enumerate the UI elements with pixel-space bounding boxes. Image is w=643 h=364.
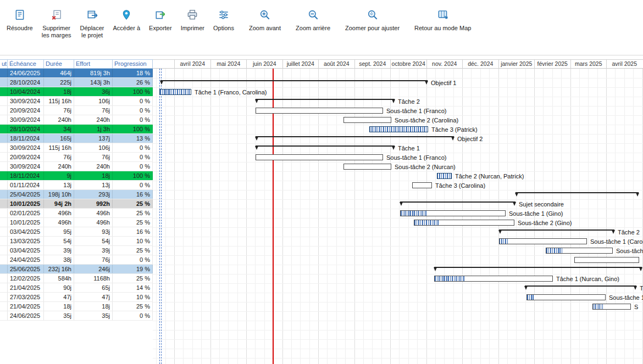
cell-echeance: 10/01/2025 <box>8 199 44 208</box>
cell-effort: 246j <box>74 265 113 273</box>
gantt-bar[interactable] <box>499 238 587 244</box>
table-row[interactable]: 20/09/202476j76j0 % <box>0 106 153 115</box>
cell-effort: 39j <box>74 246 113 255</box>
gantt-bar[interactable] <box>434 276 553 282</box>
cell-echeance: 21/04/2025 <box>8 283 44 292</box>
gantt-summary-bracket[interactable] <box>499 229 614 234</box>
table-row[interactable]: 18/11/2024165j137j13 % <box>0 134 153 143</box>
cell-duree: 90j <box>44 283 74 292</box>
table-row[interactable]: 28/10/2024225j143j 3h26 % <box>0 78 153 87</box>
cell-echeance: 13/03/2025 <box>8 237 44 245</box>
table-row[interactable]: 28/10/202434j1j 3h100 % <box>0 125 153 134</box>
table-row[interactable]: 27/03/202547j47j10 % <box>0 293 153 302</box>
toolbar-button-options[interactable]: Options <box>209 9 239 32</box>
table-row[interactable]: 01/11/202413j13j0 % <box>0 181 153 190</box>
table-row[interactable]: 21/04/202518j18j25 % <box>0 302 153 311</box>
table-row[interactable]: 24/06/202535j35j0 % <box>0 311 153 321</box>
column-header-echeance[interactable]: Échéance <box>8 60 44 68</box>
table-row[interactable]: 10/01/202594j 2h992h25 % <box>0 199 153 209</box>
gantt-bar[interactable] <box>437 173 452 179</box>
gantt-item-label: Tâche 3 (Patrick) <box>431 127 478 133</box>
gantt-bar[interactable] <box>256 108 383 114</box>
zoom-in-icon <box>259 9 271 21</box>
gantt-summary-bracket[interactable] <box>256 145 395 150</box>
table-row[interactable]: 24/04/202538j76j0 % <box>0 255 153 265</box>
gantt-bar[interactable] <box>412 182 432 188</box>
gantt-item-label: Tâche 1 (Franco, Carolina) <box>195 89 267 96</box>
gantt-summary-bracket[interactable] <box>515 192 639 197</box>
table-row[interactable]: 30/09/2024240h240h0 % <box>0 162 153 171</box>
cell-duree: 13j <box>44 181 74 189</box>
table-row[interactable]: 18/11/20249j18j100 % <box>0 171 153 181</box>
column-header-progression[interactable]: Progression <box>113 60 153 68</box>
cell-echeance: 02/01/2025 <box>8 209 44 217</box>
cell-progression: 16 % <box>113 190 153 199</box>
cell-start <box>0 181 8 189</box>
cell-progression: 19 % <box>113 265 153 273</box>
cell-duree: 165j <box>44 134 74 143</box>
gantt-bar[interactable] <box>526 294 606 300</box>
toolbar-button-zoom-avant[interactable]: Zoom avant <box>245 9 285 32</box>
bar-progress <box>546 248 562 253</box>
table-row[interactable]: 10/01/2025496h496h25 % <box>0 218 153 227</box>
toolbar-button-supprimer-les-marges[interactable]: Supprimerles marges <box>37 9 76 39</box>
cell-start <box>0 162 8 171</box>
gantt-summary-bracket[interactable] <box>256 99 395 103</box>
timeline-month: octobre 2024 <box>390 60 426 69</box>
toolbar-button-label: Supprimerles marges <box>42 25 71 39</box>
gantt-bar[interactable] <box>414 220 514 226</box>
cell-duree: 18j <box>44 87 74 96</box>
toolbar-button-zoom-arriere[interactable]: Zoom arrière <box>291 9 335 32</box>
toolbar-button-label-line: Imprimer <box>181 25 204 32</box>
toolbar-button-exporter[interactable]: Exporter <box>145 9 176 32</box>
gantt-bar[interactable] <box>592 304 631 310</box>
table-row[interactable]: 10/04/202418j36j100 % <box>0 87 153 97</box>
table-row[interactable]: 25/04/2025198j 10h293j16 % <box>0 190 153 199</box>
table-row[interactable]: 20/09/202476j76j0 % <box>0 153 153 162</box>
gantt-summary-bracket[interactable] <box>525 285 636 290</box>
table-row[interactable]: 30/09/2024115j 16h106j0 % <box>0 97 153 106</box>
gantt-summary-bracket[interactable] <box>160 80 428 85</box>
cell-duree: 225j <box>44 78 74 87</box>
gantt-bar[interactable] <box>400 210 506 216</box>
toolbar-button-imprimer[interactable]: Imprimer <box>176 9 209 32</box>
timeline-month: février 2025 <box>534 60 570 69</box>
gantt-bar[interactable] <box>343 117 391 123</box>
gantt-summary-bracket[interactable] <box>434 267 642 271</box>
bracket-end-triangle <box>425 81 428 85</box>
bracket-start-triangle <box>255 137 258 141</box>
toolbar-button-resoudre[interactable]: Résoudre <box>2 9 37 32</box>
gantt-bar[interactable] <box>343 164 391 170</box>
gantt-bar[interactable] <box>369 126 428 132</box>
table-row[interactable]: 12/02/2025584h1168h25 % <box>0 274 153 283</box>
table-row[interactable]: 21/04/202590j65j14 % <box>0 283 153 293</box>
table-row[interactable]: 30/09/2024240h240h0 % <box>0 115 153 125</box>
column-header-duree[interactable]: Durée <box>44 60 74 68</box>
cell-progression: 25 % <box>113 199 153 208</box>
gantt-bar[interactable] <box>574 257 639 263</box>
table-row[interactable]: 30/09/2024115j 16h106j0 % <box>0 143 153 153</box>
cell-duree: 34j <box>44 125 74 133</box>
gantt-summary-bracket[interactable] <box>400 201 515 206</box>
cell-effort: 143j 3h <box>74 78 113 87</box>
column-header-effort[interactable]: Effort <box>74 60 113 68</box>
table-row[interactable]: 02/01/2025496h496h25 % <box>0 209 153 218</box>
cell-echeance: 30/09/2024 <box>8 143 44 152</box>
cell-progression: 0 % <box>113 153 153 161</box>
toolbar-button-retour-au-mode-map[interactable]: Retour au mode Map <box>410 9 475 32</box>
cell-duree: 198j 10h <box>44 190 74 199</box>
toolbar-button-acceder-a[interactable]: Accéder à <box>109 9 145 32</box>
column-header-start[interactable]: ut <box>0 60 8 68</box>
gantt-summary-bracket[interactable] <box>256 136 454 141</box>
table-row[interactable]: 13/03/202554j54j10 % <box>0 237 153 246</box>
gantt-bar[interactable] <box>546 248 613 254</box>
toolbar-button-label: Zoomer pour ajuster <box>345 25 400 32</box>
table-row[interactable]: 25/06/2025232j 16h246j19 % <box>0 265 153 274</box>
gantt-bar[interactable] <box>159 89 191 95</box>
table-row[interactable]: 03/04/202595j93j16 % <box>0 227 153 237</box>
table-row[interactable]: 03/04/202539j39j25 % <box>0 246 153 255</box>
table-row[interactable]: 24/06/2025464j819j 3h18 % <box>0 69 153 78</box>
gantt-bar[interactable] <box>256 154 383 160</box>
toolbar-button-zoomer-pour-ajuster[interactable]: Zoomer pour ajuster <box>341 9 404 32</box>
toolbar-button-deplacer-le-projet[interactable]: Déplacerle projet <box>76 9 109 39</box>
